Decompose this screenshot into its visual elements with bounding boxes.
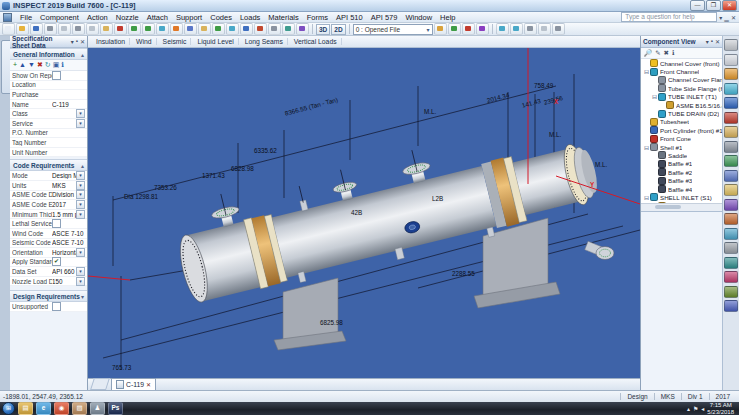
panel-dropdown-icon[interactable]: ▾ (71, 38, 74, 45)
menu-component[interactable]: Component (36, 13, 83, 22)
property-value[interactable]: Horizontal (52, 249, 76, 256)
tree-item[interactable]: Baffle #2 (641, 168, 722, 176)
check-icon[interactable] (212, 23, 225, 35)
component-tool-icon[interactable] (724, 112, 738, 124)
move-down-icon[interactable]: ▼ (28, 61, 35, 69)
horizontal-scrollbar[interactable] (641, 203, 722, 211)
undo-icon[interactable] (128, 23, 141, 35)
view-2d-button[interactable]: 2D (331, 24, 345, 35)
delete-icon[interactable]: ✖ (664, 49, 669, 57)
move-up-icon[interactable]: ▲ (19, 61, 26, 69)
tree-item[interactable]: Front Cone (641, 135, 722, 143)
view-3d-button[interactable]: 3D (316, 24, 330, 35)
property-value[interactable]: 150 (52, 278, 76, 285)
layers-icon[interactable] (538, 23, 551, 35)
dropdown-arrow-icon[interactable]: ▾ (76, 248, 85, 257)
tab-vertical-loads[interactable]: Vertical Loads (290, 38, 342, 45)
collapse-icon[interactable]: ⊟ (651, 93, 658, 100)
menu-api-510[interactable]: API 510 (332, 13, 367, 22)
maximize-button[interactable]: ❐ (706, 0, 721, 11)
property-value[interactable]: ASCE 7-10 (52, 230, 85, 237)
component-tool-icon[interactable] (724, 228, 738, 240)
panel-pin-icon[interactable]: ▪ (76, 38, 78, 45)
collapse-icon[interactable]: ⊟ (643, 68, 650, 75)
tab-wind[interactable]: Wind (132, 38, 157, 45)
speaker-icon[interactable] (476, 23, 489, 35)
component-tool-icon[interactable] (724, 184, 738, 196)
component-tool-icon[interactable] (724, 97, 738, 109)
dropdown-arrow-icon[interactable]: ▾ (76, 210, 85, 219)
tree-item[interactable]: Baffle #4 (641, 185, 722, 193)
component-tool-icon[interactable] (724, 155, 738, 167)
collapse-icon[interactable]: ▴ (81, 162, 84, 169)
tab-seismic[interactable]: Seismic (159, 38, 192, 45)
component-tool-icon[interactable] (724, 199, 738, 211)
component-tool-icon[interactable] (724, 54, 738, 66)
checkbox[interactable] (52, 219, 61, 228)
edit-pencil-icon[interactable]: ✎ (655, 49, 660, 57)
component-tool-icon[interactable] (724, 126, 738, 138)
collapse-icon[interactable]: ⊟ (643, 144, 650, 151)
pin-icon[interactable] (296, 23, 309, 35)
tree-item[interactable]: ⊟SHELL INLET (S1) (641, 193, 722, 201)
zoom-icon[interactable] (240, 23, 253, 35)
checkbox[interactable] (52, 302, 61, 311)
taskbar-clock[interactable]: 7:15 AM5/23/2018 (707, 402, 737, 415)
component-tool-icon[interactable] (724, 68, 738, 80)
print-icon[interactable] (44, 23, 57, 35)
tree-item[interactable]: Saddle (641, 151, 722, 159)
checkbox[interactable] (52, 71, 61, 80)
3d-viewport[interactable]: 8366.55 (Tan - Tan)2014.34141.43239.5675… (88, 48, 640, 378)
chrome-icon[interactable]: ◉ (54, 402, 69, 415)
grid-icon[interactable] (552, 23, 565, 35)
property-value[interactable]: ASCE 7-10 Gro... (52, 239, 85, 246)
dropdown-arrow-icon[interactable]: ▾ (76, 190, 85, 199)
tree-item[interactable]: Channel Cover Flange (641, 76, 722, 84)
mail-icon[interactable] (198, 23, 211, 35)
explorer-folder-icon[interactable]: ▤ (18, 402, 33, 415)
minimize-button[interactable]: — (690, 0, 705, 11)
close-button[interactable]: ✕ (722, 0, 737, 11)
menu-codes[interactable]: Codes (206, 13, 236, 22)
tray-icon[interactable]: ◂ (701, 405, 704, 412)
lock-icon[interactable] (268, 23, 281, 35)
save-icon[interactable]: ▣ (53, 61, 60, 69)
collapse-icon[interactable]: ⊟ (643, 194, 650, 201)
menu-action[interactable]: Action (83, 13, 112, 22)
copy-icon[interactable] (86, 23, 99, 35)
component-tool-icon[interactable] (724, 39, 738, 51)
component-tool-icon[interactable] (724, 271, 738, 283)
tray-icon[interactable]: ⚑ (693, 405, 698, 412)
back-arrow-icon[interactable] (496, 23, 509, 35)
panel-dropdown-icon[interactable]: ▾ (706, 38, 709, 45)
dropdown-arrow-icon[interactable]: ▾ (76, 119, 85, 128)
tree-item[interactable]: Baffle #1 (641, 160, 722, 168)
property-value[interactable]: Design Mode (52, 172, 76, 179)
dropdown-arrow-icon[interactable]: ▾ (76, 181, 85, 190)
dropdown-arrow-icon[interactable]: ▾ (76, 109, 85, 118)
property-value[interactable]: Division 1 (52, 191, 76, 198)
collapse-icon[interactable]: ▾ (81, 293, 84, 300)
checkbox[interactable]: ✔ (52, 257, 61, 266)
dropdown-arrow-icon[interactable]: ▾ (76, 171, 85, 180)
menu-support[interactable]: Support (172, 13, 206, 22)
tree-item[interactable]: ⊟Shell #1 (641, 143, 722, 151)
menu-attach[interactable]: Attach (143, 13, 172, 22)
menu-loads[interactable]: Loads (236, 13, 264, 22)
tree-item[interactable]: TUBE DRAIN (D2) (641, 109, 722, 117)
move-icon[interactable] (226, 23, 239, 35)
property-value[interactable]: API 660 (52, 268, 76, 275)
tree-item[interactable]: Tubesheet (641, 118, 722, 126)
inactive-tab[interactable] (90, 378, 110, 390)
tree-item[interactable]: Tube Side Flange (fron (641, 84, 722, 92)
component-tool-icon[interactable] (724, 242, 738, 254)
info-icon[interactable]: ℹ (672, 49, 674, 57)
tab-liquid-level[interactable]: Liquid Level (193, 38, 238, 45)
delete-icon[interactable]: ✖ (37, 61, 43, 69)
tree-item[interactable]: Port Cylinder (front) #1 (641, 126, 722, 134)
document-tab[interactable]: C-119 ✕ (111, 378, 156, 390)
redo-icon[interactable] (142, 23, 155, 35)
tab-close-icon[interactable]: ✕ (146, 381, 151, 388)
open-file-icon[interactable] (16, 23, 29, 35)
menu-forms[interactable]: Forms (303, 13, 332, 22)
